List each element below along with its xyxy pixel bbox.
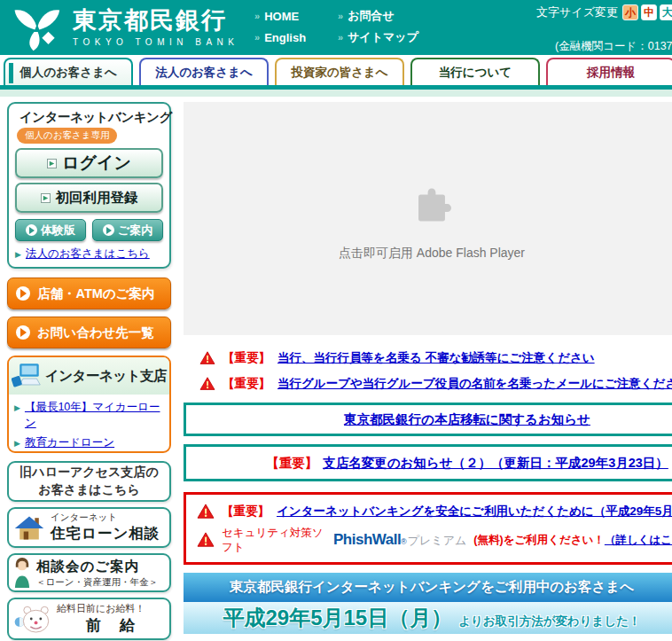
- tab-about[interactable]: 当行について: [410, 58, 540, 85]
- tab-recruit[interactable]: 採用情報: [546, 58, 672, 85]
- bank-logo[interactable]: 東京都民銀行 TOKYO TOMIN BANK: [7, 4, 238, 51]
- sidebar: インターネットバンキング 個人のお客さま専用 ログイン 初回利用登録: [7, 102, 171, 641]
- first-registration-button[interactable]: 初回利用登録: [15, 183, 163, 213]
- branch-rename-notice: 【重要】 支店名変更のお知らせ（２）（更新日：平成29年3月23日）: [184, 444, 672, 481]
- contact-list-button[interactable]: お問い合わせ先一覧: [7, 317, 171, 348]
- internet-banking-box: インターネットバンキング 個人のお客さま専用 ログイン 初回利用登録: [7, 102, 171, 269]
- phishwall-logo: PhishWall®プレミアム: [333, 531, 466, 549]
- banner-body: 平成29年5月15日（月） よりお取引方法が変わりました！: [184, 602, 672, 634]
- bank-code: (金融機関コード：0137: [555, 39, 672, 54]
- banner-heading-bar: 東京都民銀行インターネットバンキングをご利用中のお客さまへ: [184, 573, 672, 602]
- window-icon: [47, 159, 57, 168]
- internet-branch-title: インターネット支店: [45, 367, 167, 386]
- education-loan-link[interactable]: 教育カードローン: [25, 435, 114, 451]
- bank-logo-text: 東京都民銀行 TOKYO TOMIN BANK: [73, 8, 238, 47]
- corporate-link-row: ▶ 法人のお客さまはこちら: [15, 246, 163, 262]
- nav-arrow-icon: »: [338, 11, 343, 21]
- tab-corporate[interactable]: 法人のお客さまへ: [139, 58, 269, 85]
- zenkyu-text: 給料日前にお給料！ 前 給: [57, 602, 166, 636]
- link-row: ▶ 【最長10年】マイカーローン: [14, 400, 164, 431]
- consultation-text: 相談会のご案内 ＜ローン・資産運用・年金＞: [36, 558, 158, 589]
- internet-banking-title-row: インターネットバンキング: [15, 109, 163, 126]
- link-row: ▶ 教育カードローン: [14, 435, 164, 451]
- home-loan-text: インターネット 住宅ローン相談: [51, 512, 160, 543]
- bank-logo-icon: [7, 4, 66, 51]
- warning-list: 【重要】 当行、当行行員等を名乗る 不審な勧誘等にご注意ください 【重要】 当行…: [184, 346, 672, 395]
- internet-branch-header[interactable]: インターネット支店: [9, 357, 169, 395]
- nav-arrow-icon: »: [254, 11, 260, 21]
- font-size-label: 文字サイズ変更: [536, 4, 618, 20]
- bank-name-en: TOKYO TOMIN BANK: [73, 37, 238, 47]
- flash-inner: 点击即可启用 Adobe Flash Player: [184, 102, 672, 262]
- circle-arrow-icon: [16, 325, 30, 340]
- security-soft-label: セキュリティ対策ソフト: [222, 526, 326, 555]
- corporate-customers-link[interactable]: 法人のお客さまはこちら: [26, 246, 150, 262]
- font-size-large-button[interactable]: 大: [660, 4, 672, 20]
- computer-icon: [12, 362, 42, 390]
- circle-arrow-icon: [103, 224, 114, 236]
- tab-personal[interactable]: 個人のお客さまへ: [4, 58, 133, 85]
- head-office-move-link[interactable]: 東京都民銀行の本店移転に関するお知らせ: [344, 411, 590, 428]
- nav-contact[interactable]: » お問合せ: [338, 8, 418, 24]
- nav-sitemap[interactable]: » サイトマップ: [338, 29, 418, 45]
- nav-arrow-icon: »: [338, 32, 343, 43]
- mycar-loan-link[interactable]: 【最長10年】マイカーローン: [25, 400, 164, 431]
- seal-mascot-icon: [12, 603, 53, 635]
- warning-link-suspicious-solicitation[interactable]: 当行、当行行員等を名乗る 不審な勧誘等にご注意ください: [277, 350, 595, 366]
- circle-arrow-icon: [26, 224, 37, 236]
- security-row-1: 【重要】 インターネットバンキングを安全にご利用いただくために（平成29年5月1…: [197, 504, 672, 520]
- internet-banking-title: インターネットバンキング: [20, 109, 172, 126]
- personal-only-badge: 個人のお客さま専用: [17, 128, 117, 144]
- transition-banner[interactable]: 東京都民銀行インターネットバンキングをご利用中のお客さまへ 平成29年5月15日…: [184, 573, 672, 634]
- internet-branch-links: ▶ 【最長10年】マイカーローン ▶ 教育カードローン: [9, 395, 169, 451]
- tab-strip: [0, 90, 672, 97]
- security-notice-box: 【重要】 インターネットバンキングを安全にご利用いただくために（平成29年5月1…: [184, 492, 672, 565]
- header: 東京都民銀行 TOKYO TOMIN BANK » HOME » お問合せ » …: [0, 0, 672, 55]
- nav-arrow-icon: »: [254, 32, 260, 43]
- nav-english[interactable]: » English: [254, 29, 338, 45]
- trial-button[interactable]: 体験版: [15, 219, 86, 241]
- page: 東京都民銀行 TOKYO TOMIN BANK » HOME » お問合せ » …: [0, 0, 672, 641]
- safe-banking-link[interactable]: インターネットバンキングを安全にご利用いただくために（平成29年5月15日更新）: [277, 504, 672, 520]
- bank-name: 東京都民銀行: [73, 8, 238, 35]
- home-loan-banner[interactable]: インターネット 住宅ローン相談: [7, 507, 171, 548]
- window-icon: [41, 193, 51, 203]
- flash-message: 点击即可启用 Adobe Flash Player: [339, 246, 525, 262]
- person-icon: [12, 557, 33, 589]
- head-office-move-notice: 東京都民銀行の本店移転に関するお知らせ: [184, 403, 672, 436]
- header-nav: » HOME » お問合せ » English » サイトマップ: [254, 8, 418, 45]
- bullet-arrow-icon: ▶: [15, 250, 21, 259]
- security-row-2: セキュリティ対策ソフト PhishWall®プレミアム (無料)をご利用ください…: [197, 526, 672, 555]
- banner-heading: 東京都民銀行インターネットバンキングをご利用中のお客さまへ: [230, 578, 634, 597]
- phishwall-detail-link[interactable]: （詳しくはこちら）: [605, 534, 672, 546]
- branch-rename-link[interactable]: 支店名変更のお知らせ（２）（更新日：平成29年3月23日）: [323, 455, 668, 472]
- house-icon: [13, 513, 45, 542]
- warning-row: 【重要】 当行グループや当行グループ役員の名前を名乗ったメールにご注意ください: [199, 371, 672, 395]
- warning-icon: [197, 532, 215, 548]
- circle-arrow-icon: [16, 286, 30, 301]
- warning-row: 【重要】 当行、当行行員等を名乗る 不審な勧誘等にご注意ください: [199, 346, 672, 370]
- branch-atm-button[interactable]: 店舗・ATMのご案内: [7, 278, 171, 309]
- hello-access-banner[interactable]: 旧ハローアクセス支店の お客さまはこちら: [7, 461, 171, 502]
- zenkyu-banner[interactable]: 給料日前にお給料！ 前 給: [7, 598, 171, 640]
- small-button-row: 体験版 ご案内: [15, 219, 163, 241]
- guide-button[interactable]: ご案内: [92, 219, 163, 241]
- login-button[interactable]: ログイン: [15, 148, 163, 178]
- font-size-control: 文字サイズ変更 小 中 大: [536, 4, 672, 20]
- tab-bar: 個人のお客さまへ 法人のお客さまへ 投資家の皆さまへ 当行について 採用情報: [0, 55, 672, 97]
- consultation-banner[interactable]: 相談会のご案内 ＜ローン・資産運用・年金＞: [7, 553, 171, 592]
- warning-link-phishing-mail[interactable]: 当行グループや当行グループ役員の名前を名乗ったメールにご注意ください: [277, 376, 672, 392]
- banner-date: 平成29年5月15日（月）: [223, 604, 452, 632]
- nav-home[interactable]: » HOME: [254, 8, 338, 24]
- bullet-arrow-icon: ▶: [14, 403, 20, 414]
- tab-investors[interactable]: 投資家の皆さまへ: [275, 58, 404, 85]
- tabs: 個人のお客さまへ 法人のお客さまへ 投資家の皆さまへ 当行について 採用情報: [0, 55, 672, 85]
- main-content: 点击即可启用 Adobe Flash Player 【重要】 当行、当行行員等を…: [184, 102, 672, 634]
- banner-message: よりお取引方法が変わりました！: [458, 614, 640, 629]
- bullet-arrow-icon: ▶: [14, 438, 20, 449]
- flash-placeholder[interactable]: 点击即可启用 Adobe Flash Player: [184, 102, 672, 335]
- font-size-medium-button[interactable]: 中: [641, 4, 657, 20]
- warning-icon: [197, 504, 215, 520]
- puzzle-icon: [411, 185, 452, 224]
- font-size-small-button[interactable]: 小: [622, 4, 638, 20]
